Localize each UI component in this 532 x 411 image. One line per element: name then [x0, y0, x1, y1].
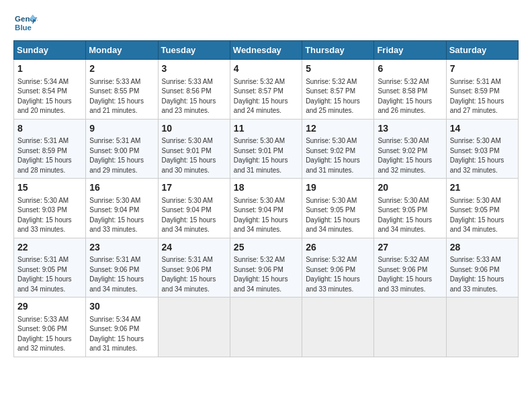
day-info: Sunrise: 5:30 AMSunset: 9:01 PMDaylight:…: [234, 136, 298, 175]
calendar-cell: 13Sunrise: 5:30 AMSunset: 9:02 PMDayligh…: [374, 119, 446, 179]
day-info: Sunrise: 5:30 AMSunset: 9:02 PMDaylight:…: [378, 136, 442, 175]
day-info: Sunrise: 5:30 AMSunset: 9:04 PMDaylight:…: [89, 196, 154, 235]
day-info: Sunrise: 5:33 AMSunset: 8:56 PMDaylight:…: [162, 77, 226, 116]
calendar-body: 1Sunrise: 5:34 AMSunset: 8:54 PMDaylight…: [14, 60, 519, 357]
day-info: Sunrise: 5:31 AMSunset: 9:00 PMDaylight:…: [89, 136, 154, 175]
calendar-week-row: 1Sunrise: 5:34 AMSunset: 8:54 PMDaylight…: [14, 60, 519, 120]
calendar-cell: 9Sunrise: 5:31 AMSunset: 9:00 PMDaylight…: [86, 119, 158, 179]
calendar-cell: 11Sunrise: 5:30 AMSunset: 9:01 PMDayligh…: [230, 119, 302, 179]
calendar-header-cell: Tuesday: [158, 41, 230, 60]
calendar-cell: 2Sunrise: 5:33 AMSunset: 8:55 PMDaylight…: [86, 60, 158, 120]
day-number: 26: [306, 241, 370, 255]
calendar-cell: 17Sunrise: 5:30 AMSunset: 9:04 PMDayligh…: [158, 179, 230, 238]
day-number: 17: [162, 181, 226, 195]
calendar-cell: 23Sunrise: 5:31 AMSunset: 9:06 PMDayligh…: [86, 238, 158, 298]
day-number: 9: [89, 122, 154, 136]
calendar-cell: [302, 298, 374, 357]
day-info: Sunrise: 5:33 AMSunset: 8:55 PMDaylight:…: [89, 77, 154, 116]
day-info: Sunrise: 5:30 AMSunset: 9:03 PMDaylight:…: [17, 196, 82, 235]
day-info: Sunrise: 5:31 AMSunset: 9:06 PMDaylight:…: [89, 255, 154, 294]
day-info: Sunrise: 5:30 AMSunset: 9:05 PMDaylight:…: [378, 196, 442, 235]
calendar-cell: [374, 298, 446, 357]
calendar-cell: 20Sunrise: 5:30 AMSunset: 9:05 PMDayligh…: [374, 179, 446, 238]
calendar-week-row: 15Sunrise: 5:30 AMSunset: 9:03 PMDayligh…: [14, 179, 519, 238]
day-info: Sunrise: 5:31 AMSunset: 8:59 PMDaylight:…: [450, 77, 515, 116]
calendar-header-cell: Wednesday: [230, 41, 302, 60]
day-number: 24: [162, 241, 226, 255]
calendar-cell: 5Sunrise: 5:32 AMSunset: 8:57 PMDaylight…: [302, 60, 374, 120]
calendar-cell: 3Sunrise: 5:33 AMSunset: 8:56 PMDaylight…: [158, 60, 230, 120]
calendar-header-cell: Sunday: [14, 41, 86, 60]
calendar-cell: 6Sunrise: 5:32 AMSunset: 8:58 PMDaylight…: [374, 60, 446, 120]
day-info: Sunrise: 5:30 AMSunset: 9:02 PMDaylight:…: [306, 136, 370, 175]
calendar-cell: [230, 298, 302, 357]
day-number: 13: [378, 122, 442, 136]
day-number: 28: [450, 241, 515, 255]
calendar-cell: 16Sunrise: 5:30 AMSunset: 9:04 PMDayligh…: [86, 179, 158, 238]
calendar-header-cell: Friday: [374, 41, 446, 60]
calendar-cell: 21Sunrise: 5:30 AMSunset: 9:05 PMDayligh…: [446, 179, 518, 238]
logo: General Blue: [13, 13, 38, 34]
day-number: 7: [450, 62, 515, 76]
calendar-cell: [158, 298, 230, 357]
day-number: 1: [17, 62, 82, 76]
calendar-header-cell: Thursday: [302, 41, 374, 60]
day-info: Sunrise: 5:32 AMSunset: 8:57 PMDaylight:…: [306, 77, 370, 116]
day-number: 5: [306, 62, 370, 76]
calendar-cell: 30Sunrise: 5:34 AMSunset: 9:06 PMDayligh…: [86, 298, 158, 357]
day-number: 3: [162, 62, 226, 76]
day-number: 6: [378, 62, 442, 76]
day-number: 27: [378, 241, 442, 255]
day-info: Sunrise: 5:31 AMSunset: 8:59 PMDaylight:…: [17, 136, 82, 175]
calendar-cell: 15Sunrise: 5:30 AMSunset: 9:03 PMDayligh…: [14, 179, 86, 238]
day-number: 10: [162, 122, 226, 136]
day-number: 15: [17, 181, 82, 195]
calendar-cell: 8Sunrise: 5:31 AMSunset: 8:59 PMDaylight…: [14, 119, 86, 179]
day-number: 14: [450, 122, 515, 136]
logo-icon: General Blue: [13, 13, 38, 34]
header: General Blue: [13, 13, 519, 34]
day-info: Sunrise: 5:30 AMSunset: 9:04 PMDaylight:…: [162, 196, 226, 235]
day-info: Sunrise: 5:33 AMSunset: 9:06 PMDaylight:…: [17, 315, 82, 354]
calendar-cell: 25Sunrise: 5:32 AMSunset: 9:06 PMDayligh…: [230, 238, 302, 298]
calendar-cell: 10Sunrise: 5:30 AMSunset: 9:01 PMDayligh…: [158, 119, 230, 179]
day-number: 22: [17, 241, 82, 255]
calendar-cell: 18Sunrise: 5:30 AMSunset: 9:04 PMDayligh…: [230, 179, 302, 238]
day-info: Sunrise: 5:31 AMSunset: 9:06 PMDaylight:…: [162, 255, 226, 294]
day-number: 4: [234, 62, 298, 76]
day-number: 30: [89, 300, 154, 314]
calendar-cell: 22Sunrise: 5:31 AMSunset: 9:05 PMDayligh…: [14, 238, 86, 298]
calendar-header-cell: Saturday: [446, 41, 518, 60]
day-info: Sunrise: 5:32 AMSunset: 8:57 PMDaylight:…: [234, 77, 298, 116]
day-number: 8: [17, 122, 82, 136]
day-info: Sunrise: 5:34 AMSunset: 9:06 PMDaylight:…: [89, 315, 154, 354]
calendar-cell: 29Sunrise: 5:33 AMSunset: 9:06 PMDayligh…: [14, 298, 86, 357]
day-info: Sunrise: 5:30 AMSunset: 9:04 PMDaylight:…: [234, 196, 298, 235]
calendar-cell: 28Sunrise: 5:33 AMSunset: 9:06 PMDayligh…: [446, 238, 518, 298]
calendar-cell: 26Sunrise: 5:32 AMSunset: 9:06 PMDayligh…: [302, 238, 374, 298]
day-number: 2: [89, 62, 154, 76]
svg-text:Blue: Blue: [15, 24, 32, 32]
calendar-cell: 1Sunrise: 5:34 AMSunset: 8:54 PMDaylight…: [14, 60, 86, 120]
calendar-cell: 27Sunrise: 5:32 AMSunset: 9:06 PMDayligh…: [374, 238, 446, 298]
day-info: Sunrise: 5:30 AMSunset: 9:05 PMDaylight:…: [306, 196, 370, 235]
day-info: Sunrise: 5:34 AMSunset: 8:54 PMDaylight:…: [17, 77, 82, 116]
calendar-cell: 14Sunrise: 5:30 AMSunset: 9:03 PMDayligh…: [446, 119, 518, 179]
calendar: SundayMondayTuesdayWednesdayThursdayFrid…: [13, 40, 519, 357]
day-info: Sunrise: 5:32 AMSunset: 8:58 PMDaylight:…: [378, 77, 442, 116]
day-number: 18: [234, 181, 298, 195]
day-info: Sunrise: 5:31 AMSunset: 9:05 PMDaylight:…: [17, 255, 82, 294]
day-info: Sunrise: 5:32 AMSunset: 9:06 PMDaylight:…: [306, 255, 370, 294]
calendar-cell: 12Sunrise: 5:30 AMSunset: 9:02 PMDayligh…: [302, 119, 374, 179]
day-info: Sunrise: 5:32 AMSunset: 9:06 PMDaylight:…: [234, 255, 298, 294]
calendar-header-row: SundayMondayTuesdayWednesdayThursdayFrid…: [14, 41, 519, 60]
day-number: 20: [378, 181, 442, 195]
calendar-week-row: 29Sunrise: 5:33 AMSunset: 9:06 PMDayligh…: [14, 298, 519, 357]
calendar-cell: 7Sunrise: 5:31 AMSunset: 8:59 PMDaylight…: [446, 60, 518, 120]
calendar-cell: 19Sunrise: 5:30 AMSunset: 9:05 PMDayligh…: [302, 179, 374, 238]
calendar-header-cell: Monday: [86, 41, 158, 60]
calendar-cell: [446, 298, 518, 357]
day-number: 12: [306, 122, 370, 136]
calendar-week-row: 8Sunrise: 5:31 AMSunset: 8:59 PMDaylight…: [14, 119, 519, 179]
day-info: Sunrise: 5:30 AMSunset: 9:05 PMDaylight:…: [450, 196, 515, 235]
